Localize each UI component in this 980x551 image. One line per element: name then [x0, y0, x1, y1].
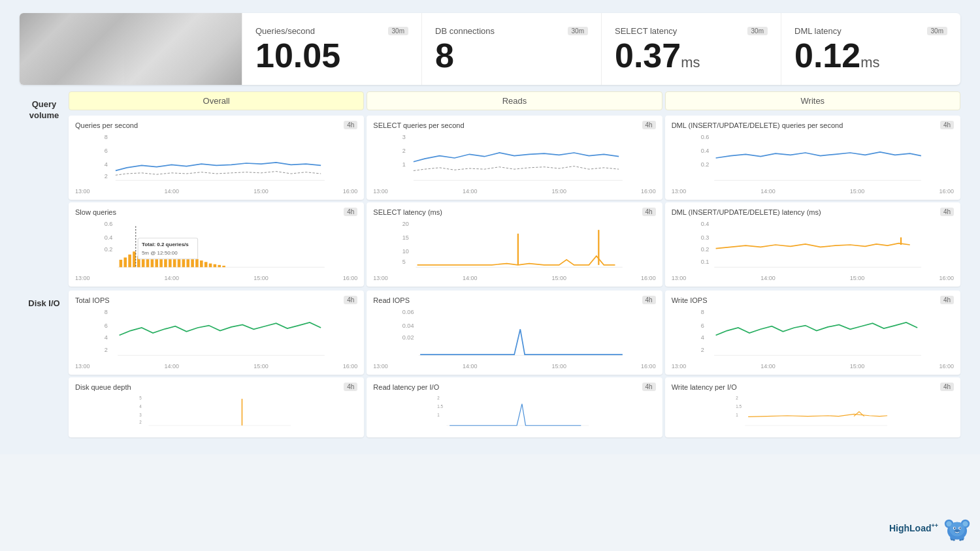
chart-title: Slow queries [75, 208, 116, 216]
svg-text:0.2: 0.2 [105, 246, 113, 253]
highload-text: HighLoad++ [889, 523, 938, 533]
svg-rect-35 [200, 260, 203, 267]
svg-text:5: 5 [402, 259, 406, 265]
chart-dml-queries: DML (INSERT/UPDATE/DELETE) queries per s… [665, 116, 960, 200]
chart-title: Read IOPS [373, 296, 410, 304]
metric-unit: ms [681, 54, 700, 71]
svg-text:0.1: 0.1 [700, 259, 709, 265]
query-charts-row1: Queries per second 4h 8 6 4 2 13:00 [69, 116, 960, 200]
query-volume-tabs: Overall Reads Writes [69, 91, 960, 110]
chart-svg: 0.4 0.3 0.2 0.1 [672, 219, 954, 271]
svg-text:0.2: 0.2 [700, 161, 709, 168]
metrics-bar: Queries/second 30m 10.05 DB connections … [20, 13, 960, 85]
time-labels: 13:00 14:00 15:00 16:00 [75, 363, 357, 370]
svg-text:2: 2 [438, 396, 440, 400]
svg-point-99 [951, 539, 953, 541]
chart-badge: 4h [940, 208, 954, 216]
svg-text:2: 2 [402, 148, 406, 154]
metric-header: SELECT latency 30m [615, 26, 768, 36]
chart-header: Slow queries 4h [75, 208, 357, 216]
svg-text:4: 4 [105, 334, 108, 341]
metric-db-connections: DB connections 30m 8 [421, 13, 601, 85]
svg-text:2: 2 [105, 347, 108, 353]
chart-select-queries: SELECT queries per second 4h 3 2 1 13:00… [367, 116, 662, 200]
metric-value: 10.05 [255, 39, 408, 72]
svg-point-95 [960, 527, 961, 529]
svg-text:2: 2 [736, 396, 738, 400]
metric-title: Queries/second [255, 26, 315, 36]
svg-text:1: 1 [438, 413, 440, 417]
svg-text:3: 3 [402, 134, 406, 140]
svg-rect-17 [120, 260, 123, 267]
chart-badge: 4h [940, 296, 954, 304]
svg-text:0.2: 0.2 [700, 246, 709, 253]
metric-value: 8 [435, 39, 588, 72]
svg-text:0.06: 0.06 [402, 309, 414, 315]
chart-badge: 4h [642, 296, 656, 304]
svg-text:0.4: 0.4 [700, 148, 709, 154]
chart-header: SELECT queries per second 4h [373, 121, 655, 129]
svg-rect-38 [214, 264, 217, 268]
server-thumbnail-1 [20, 13, 124, 85]
svg-text:2: 2 [700, 347, 704, 353]
chart-svg: 0.6 0.4 0.2 [75, 219, 357, 271]
chart-title: SELECT latency (ms) [373, 208, 442, 216]
metric-badge: 30m [568, 27, 588, 35]
chart-svg: 0.6 0.4 0.2 [672, 132, 954, 184]
chart-title: Total IOPS [75, 296, 110, 304]
tab-overall[interactable]: Overall [69, 91, 364, 110]
time-labels: 13:00 14:00 15:00 16:00 [672, 363, 954, 370]
section-label-query-volume: Query volume [20, 91, 69, 287]
chart-queries-per-second: Queries per second 4h 8 6 4 2 13:00 [69, 116, 364, 200]
chart-svg: 8 6 4 2 [672, 307, 954, 359]
chart-title: Queries per second [75, 121, 138, 129]
svg-rect-34 [195, 259, 199, 268]
chart-badge: 4h [344, 296, 357, 304]
chart-write-iops: Write IOPS 4h 8 6 4 2 13:00 14:00 [665, 291, 960, 375]
chart-svg: 0.06 0.04 0.02 [373, 307, 655, 359]
metric-header: DML latency 30m [794, 26, 947, 36]
chart-badge: 4h [642, 208, 656, 216]
chart-header: Read latency per I/O 4h [373, 383, 655, 391]
svg-text:0.04: 0.04 [402, 323, 414, 329]
metric-title: SELECT latency [615, 26, 677, 36]
chart-svg: 8 6 4 2 [75, 307, 357, 359]
metric-badge: 30m [747, 27, 768, 35]
tab-writes[interactable]: Writes [665, 91, 960, 110]
chart-title: DML (INSERT/UPDATE/DELETE) queries per s… [672, 121, 843, 129]
chart-badge: 4h [642, 121, 656, 129]
chart-title: SELECT queries per second [373, 121, 464, 129]
metric-dml-latency: DML latency 30m 0.12ms [781, 13, 960, 85]
svg-text:8: 8 [105, 309, 108, 315]
chart-header: DML (INSERT/UPDATE/DELETE) latency (ms) … [672, 208, 954, 216]
chart-svg: 2 1.5 1 [672, 394, 954, 430]
time-labels: 13:00 14:00 15:00 16:00 [75, 275, 357, 281]
svg-point-100 [953, 539, 955, 541]
svg-rect-29 [173, 259, 176, 268]
tab-reads[interactable]: Reads [367, 91, 662, 110]
svg-text:6: 6 [700, 323, 704, 329]
chart-svg: 8 6 4 2 [75, 132, 357, 184]
svg-point-102 [962, 539, 964, 541]
svg-point-94 [954, 527, 955, 529]
chart-header: Total IOPS 4h [75, 296, 357, 304]
svg-text:2: 2 [105, 173, 108, 180]
chart-badge: 4h [940, 383, 954, 391]
metric-header: DB connections 30m [435, 26, 588, 36]
svg-text:6: 6 [105, 323, 108, 329]
metric-header: Queries/second 30m [255, 26, 408, 36]
chart-write-latency-per-io: Write latency per I/O 4h 2 1.5 1 [665, 377, 960, 437]
svg-rect-39 [218, 265, 221, 267]
metric-title: DML latency [794, 26, 841, 36]
svg-text:0.02: 0.02 [402, 334, 414, 341]
metric-unit: ms [860, 54, 879, 71]
svg-point-101 [959, 539, 961, 541]
svg-text:0.6: 0.6 [700, 134, 709, 140]
chart-badge: 4h [344, 383, 357, 391]
chart-badge: 4h [642, 383, 656, 391]
svg-text:0.3: 0.3 [700, 234, 709, 241]
chart-title: Write IOPS [672, 296, 708, 304]
svg-rect-20 [133, 251, 136, 267]
time-labels: 13:00 14:00 15:00 16:00 [373, 363, 655, 370]
time-labels: 13:00 14:00 15:00 16:00 [373, 188, 655, 195]
